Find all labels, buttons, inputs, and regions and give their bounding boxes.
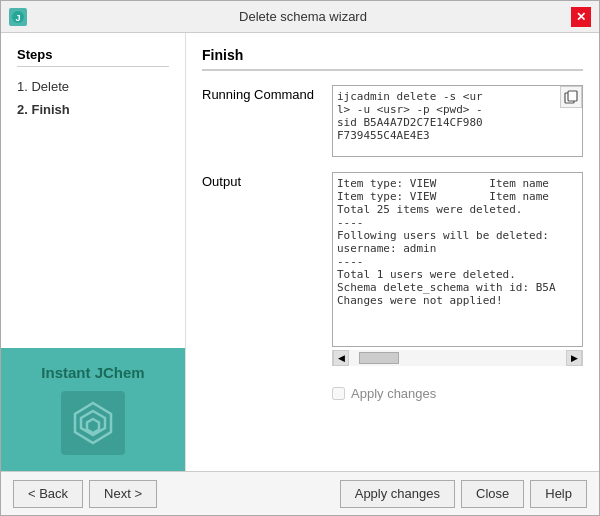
next-button[interactable]: Next > [89, 480, 157, 508]
horizontal-scrollbar: ◀ ▶ [332, 350, 583, 366]
title-bar: J Delete schema wizard ✕ [1, 1, 599, 33]
apply-changes-checkbox-label: Apply changes [351, 386, 436, 401]
brand-logo [61, 391, 125, 455]
app-icon: J [9, 8, 27, 26]
svg-marker-3 [81, 411, 105, 435]
panel-title: Finish [202, 47, 583, 71]
content-area: Steps 1. Delete 2. Finish Instant JChem [1, 33, 599, 471]
apply-changes-button[interactable]: Apply changes [340, 480, 455, 508]
back-button[interactable]: < Back [13, 480, 83, 508]
running-command-label: Running Command [202, 85, 332, 102]
output-label: Output [202, 172, 332, 189]
brand-name: Instant JChem [41, 364, 144, 381]
running-command-content [332, 85, 583, 160]
step-2-number: 2. [17, 102, 28, 117]
sidebar: Steps 1. Delete 2. Finish Instant JChem [1, 33, 186, 471]
footer-right: Apply changes Close Help [340, 480, 587, 508]
running-command-row: Running Command [202, 85, 583, 160]
svg-marker-4 [87, 419, 99, 433]
footer: < Back Next > Apply changes Close Help [1, 471, 599, 515]
output-textarea[interactable] [332, 172, 583, 347]
svg-rect-6 [568, 91, 577, 101]
scroll-left-button[interactable]: ◀ [333, 350, 349, 366]
step-1-label: Delete [31, 79, 69, 94]
main-panel: Finish Running Command Output [186, 33, 599, 471]
step-2: 2. Finish [17, 98, 169, 121]
apply-changes-checkbox[interactable] [332, 387, 345, 400]
output-content: ◀ ▶ [332, 172, 583, 366]
wizard-window: J Delete schema wizard ✕ Steps 1. Delete… [0, 0, 600, 516]
footer-left: < Back Next > [13, 480, 157, 508]
step-2-label: Finish [31, 102, 69, 117]
output-row: Output ◀ ▶ [202, 172, 583, 366]
window-title: Delete schema wizard [35, 9, 571, 24]
copy-command-button[interactable] [560, 86, 582, 108]
step-1: 1. Delete [17, 75, 169, 98]
steps-title: Steps [17, 47, 169, 67]
close-button[interactable]: Close [461, 480, 524, 508]
close-window-button[interactable]: ✕ [571, 7, 591, 27]
scroll-track [349, 350, 566, 366]
step-1-number: 1. [17, 79, 28, 94]
apply-changes-row: Apply changes [332, 386, 583, 401]
svg-text:J: J [15, 13, 20, 23]
scroll-thumb[interactable] [359, 352, 399, 364]
running-command-textarea[interactable] [332, 85, 583, 157]
help-button[interactable]: Help [530, 480, 587, 508]
brand-area: Instant JChem [1, 348, 185, 471]
scroll-right-button[interactable]: ▶ [566, 350, 582, 366]
steps-panel: Steps 1. Delete 2. Finish [1, 33, 185, 136]
